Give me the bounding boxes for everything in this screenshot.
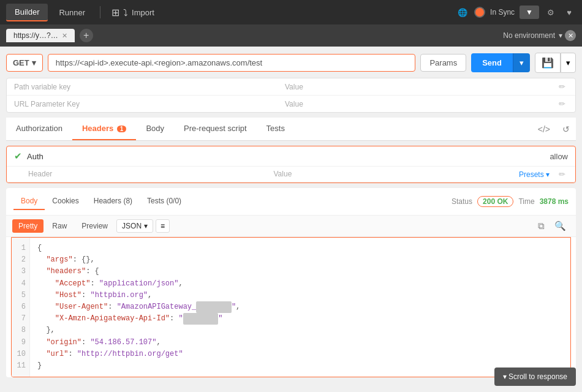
tab-authorization[interactable]: Authorization (6, 118, 72, 140)
time-label: Time (518, 197, 534, 206)
status-area: Status 200 OK Time 3878 ms (452, 196, 569, 207)
plus-square-icon: ⊞ (111, 7, 119, 18)
header-key-auth[interactable]: Auth (27, 152, 298, 161)
resp-tab-headers[interactable]: Headers (8) (86, 193, 140, 210)
user-menu-btn[interactable]: ▼ (520, 6, 539, 19)
env-chevron-icon: ▾ (559, 31, 562, 40)
send-btn[interactable]: Send (471, 53, 513, 72)
env-label: No environment (503, 31, 555, 40)
scroll-to-response-btn[interactable]: ▾ Scroll to response (494, 368, 576, 386)
heart-icon[interactable]: ♥ (562, 6, 576, 19)
header-edit-btn[interactable]: ✏ (556, 170, 568, 179)
header-col-label: Header (28, 170, 274, 179)
code-toolbar: Pretty Raw Preview JSON ▾ ≡ ⧉ 🔍 (6, 216, 576, 237)
nav-divider (100, 6, 100, 18)
globe-icon[interactable]: 🌐 (456, 6, 469, 19)
json-arrow-icon: ▾ (144, 222, 148, 230)
headers-table: ✔ Auth allow Header Value Presets ▾ ✏ (6, 146, 576, 183)
path-variable-edit-btn[interactable]: ✏ (556, 82, 568, 91)
save-dropdown-btn[interactable]: ▾ (561, 53, 576, 73)
format-preview-btn[interactable]: Preview (75, 219, 114, 233)
line-numbers: 12345 67891011 (12, 238, 30, 377)
json-format-select[interactable]: JSON ▾ (116, 219, 153, 233)
json-label: JSON (122, 222, 142, 230)
params-btn[interactable]: Params (420, 54, 466, 72)
tab-body[interactable]: Body (136, 118, 174, 140)
format-raw-btn[interactable]: Raw (46, 219, 73, 233)
header-labels-row: Header Value Presets ▾ ✏ (7, 167, 575, 183)
response-section: Body Cookies Headers (8) Tests (0/0) Sta… (6, 188, 576, 377)
sync-area: 🌐 In Sync ▼ ⚙ ♥ (456, 6, 576, 19)
headers-badge: 1 (117, 126, 127, 132)
resp-tab-cookies[interactable]: Cookies (45, 193, 86, 210)
tab-tests[interactable]: Tests (257, 118, 295, 140)
nav-builder-tab[interactable]: Builder (6, 4, 48, 21)
tab-pre-request[interactable]: Pre-request script (174, 118, 257, 140)
method-chevron-icon: ▾ (32, 58, 36, 67)
url-param-key-label: URL Parameter Key (14, 100, 285, 108)
tab-headers[interactable]: Headers 1 (72, 118, 136, 140)
url-param-edit-btn[interactable]: ✏ (556, 99, 568, 108)
search-code-btn[interactable]: 🔍 (551, 219, 570, 233)
path-variable-value-label: Value (285, 83, 556, 91)
save-group: 💾 ▾ (535, 53, 576, 73)
url-display: https://<api-id>.execute-api.<region>.am… (56, 58, 262, 67)
save-btn[interactable]: 💾 (535, 53, 561, 73)
new-tab-btn[interactable]: ⊞ ⤵ Import (107, 4, 159, 21)
response-header: Body Cookies Headers (8) Tests (0/0) Sta… (6, 188, 576, 216)
send-group: Send ▾ (471, 53, 530, 72)
refresh-btn[interactable]: ↺ (556, 121, 576, 138)
url-tab[interactable]: https://y…?… ✕ (6, 29, 75, 42)
method-select[interactable]: GET ▾ (6, 54, 43, 72)
url-param-value-label: Value (285, 100, 556, 108)
code-content[interactable]: { "args": {}, "headers": { "Accept": "ap… (30, 238, 570, 377)
url-param-row: URL Parameter Key Value ✏ (7, 96, 575, 112)
import-label: Import (132, 8, 154, 17)
url-tab-label: https://y…?… (13, 31, 58, 40)
code-area: 12345 67891011 { "args": {}, "headers": … (11, 237, 571, 377)
format-pretty-btn[interactable]: Pretty (12, 219, 43, 233)
path-params-section: Path variable key Value ✏ URL Parameter … (6, 78, 576, 113)
resp-tab-body[interactable]: Body (13, 193, 45, 210)
time-value: 3878 ms (540, 197, 569, 206)
copy-btn[interactable]: ⧉ (534, 219, 548, 233)
url-input[interactable]: https://<api-id>.execute-api.<region>.am… (48, 54, 416, 72)
top-nav: Builder Runner ⊞ ⤵ Import 🌐 In Sync ▼ ⚙ … (0, 0, 582, 24)
wrap-btn[interactable]: ≡ (156, 219, 170, 233)
path-variable-row: Path variable key Value ✏ (7, 78, 575, 96)
sync-label: In Sync (490, 8, 515, 17)
method-label: GET (13, 58, 29, 67)
status-badge: 200 OK (477, 196, 513, 207)
resp-tab-tests[interactable]: Tests (0/0) (140, 193, 189, 210)
sync-indicator (474, 7, 485, 18)
send-dropdown-btn[interactable]: ▾ (513, 53, 530, 72)
main-area: GET ▾ https://<api-id>.execute-api.<regi… (0, 47, 582, 388)
user-label: ▼ (526, 8, 533, 17)
scroll-btn-label: ▾ Scroll to response (503, 372, 567, 381)
header-check-icon[interactable]: ✔ (14, 151, 22, 162)
close-tab-icon[interactable]: ✕ (62, 32, 67, 40)
request-tabs: Authorization Headers 1 Body Pre-request… (6, 118, 576, 141)
save-icon: 💾 (542, 57, 554, 69)
env-clear-btn[interactable]: ✕ (565, 30, 576, 41)
header-val-auth[interactable]: allow (298, 152, 569, 161)
url-bar: GET ▾ https://<api-id>.execute-api.<regi… (6, 53, 576, 73)
tab-bar: https://y…?… ✕ + No environment ▾ ✕ (0, 24, 582, 47)
response-tabs: Body Cookies Headers (8) Tests (0/0) (13, 193, 189, 210)
env-selector[interactable]: No environment ▾ (503, 31, 562, 40)
import-icon: ⤵ (123, 7, 128, 18)
nav-runner-tab[interactable]: Runner (50, 4, 94, 21)
presets-btn[interactable]: Presets ▾ (519, 170, 550, 179)
header-auth-row: ✔ Auth allow (7, 146, 575, 167)
status-label: Status (452, 197, 472, 206)
add-tab-btn[interactable]: + (80, 29, 93, 42)
code-view-btn[interactable]: </> (532, 121, 556, 138)
settings-icon[interactable]: ⚙ (544, 6, 557, 19)
value-col-label: Value (274, 170, 520, 179)
path-variable-key-label: Path variable key (14, 83, 285, 91)
